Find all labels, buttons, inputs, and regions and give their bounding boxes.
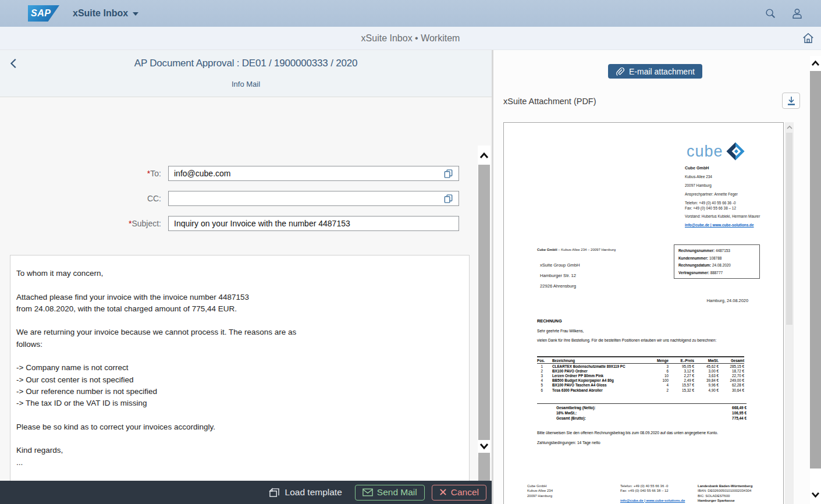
- mail-body-line: Attached please find your invoice with t…: [16, 292, 462, 303]
- cube-logo-text: cube: [687, 144, 723, 159]
- mail-body-line: Kind regards,: [16, 445, 462, 456]
- pdf-recipient-block: xSuite Group GmbHHamburger Str. 1222926 …: [540, 262, 580, 294]
- mail-body-line: [16, 315, 462, 326]
- mail-body-line: -> Our cost center is not specified: [16, 374, 462, 386]
- left-panel-scrollbar[interactable]: [478, 145, 491, 457]
- scroll-down-icon[interactable]: [810, 489, 821, 501]
- mail-body-line: ...: [16, 457, 462, 468]
- mail-body-line: [16, 433, 462, 445]
- pdf-recipient-line: xSuite Group GmbH: [540, 262, 580, 268]
- pdf-total-row: Gesamt (Brutto):775,44 €: [537, 416, 747, 421]
- mail-body-line: [16, 410, 462, 421]
- scroll-up-icon[interactable]: [478, 149, 491, 162]
- cancel-button[interactable]: Cancel: [432, 485, 486, 501]
- to-input[interactable]: [168, 166, 459, 181]
- mail-body-line: -> Our reference number is not specified: [16, 386, 462, 397]
- search-icon[interactable]: [764, 7, 777, 20]
- scroll-up-icon[interactable]: [810, 57, 821, 69]
- workitem-header: AP Document Approval : DE01 / 1900000333…: [0, 50, 492, 97]
- send-mail-label: Send Mail: [377, 487, 417, 498]
- pdf-item-row: 6 Tesa 6300 Packband Abroller 2 15,32 € …: [537, 388, 744, 392]
- email-attachment-label: E-mail attachment: [629, 67, 695, 76]
- subject-row: *Subject:: [0, 216, 492, 231]
- app-title-label: xSuite Inbox: [73, 8, 128, 19]
- user-icon[interactable]: [791, 7, 804, 20]
- cc-input[interactable]: [168, 191, 459, 206]
- attachment-panel: E-mail attachment xSuite Attachment (PDF…: [493, 50, 821, 504]
- send-mail-button[interactable]: Send Mail: [355, 485, 425, 501]
- shellbar-actions: [764, 0, 804, 27]
- mail-body-editor[interactable]: To whom it may concern,Attached please f…: [10, 255, 470, 481]
- pdf-total-row: 16% MwSt.:106,95 €: [537, 410, 747, 416]
- pdf-item-row: 1 CLEARTEX Bodenschutzmatte 89X119 PC 3 …: [537, 364, 744, 369]
- pdf-terms: Zahlungsbedingungen: 14 Tage netto: [537, 441, 600, 445]
- download-button[interactable]: [782, 93, 800, 109]
- pdf-info-row: Rechnungsdatum: 24.08.2020: [678, 262, 759, 269]
- mail-body-line: -> The tax ID or the VAT ID is missing: [16, 397, 462, 409]
- pdf-recipient-line: Hamburger Str. 12: [540, 273, 580, 278]
- breadcrumb: xSuite Inbox • Workitem: [361, 33, 460, 44]
- copy-value-help-icon[interactable]: [443, 168, 454, 179]
- pdf-preview-page[interactable]: cube Cube GmbH Kubus-Allee 234 20097 Ham…: [503, 122, 784, 504]
- pdf-payment-note: Bitte überweisen Sie den offenen Rechnun…: [537, 431, 770, 435]
- app-title-menu[interactable]: xSuite Inbox: [73, 0, 138, 27]
- pdf-invoice-info-box: Rechnungsnummer: 4487153Kundennummer: 10…: [674, 244, 760, 279]
- pdf-doc-title: RECHNUNG: [537, 318, 562, 324]
- load-template-icon: [269, 488, 280, 498]
- load-template-button[interactable]: Load template: [269, 487, 342, 498]
- subject-label: *Subject:: [0, 216, 161, 231]
- to-label: *To:: [0, 166, 161, 181]
- pdf-total-row: Gesamtbetrag (Netto):668,49 €: [537, 405, 747, 410]
- mail-body-line: [16, 350, 462, 362]
- pdf-footer-links[interactable]: info@cube.de | www.cube-solutions.de: [620, 498, 685, 503]
- mail-body-line: follows:: [16, 339, 462, 350]
- scroll-up-icon[interactable]: [785, 123, 794, 132]
- cc-row: CC:: [0, 191, 492, 206]
- scrollbar-thumb[interactable]: [478, 165, 490, 481]
- pdf-footer-col2: Telefon: +49 (0) 40 55 66 36 -0 Fax: +49…: [620, 484, 685, 504]
- cube-logo-icon: [726, 141, 745, 161]
- cancel-label: Cancel: [451, 487, 479, 498]
- mail-compose-panel: AP Document Approval : DE01 / 1900000333…: [0, 50, 492, 504]
- scrollbar-thumb[interactable]: [810, 71, 821, 468]
- home-icon[interactable]: [802, 32, 815, 45]
- subject-input[interactable]: [168, 216, 459, 231]
- app-window: SAP xSuite Inbox xSuite Inbox • Workitem…: [0, 0, 821, 504]
- scroll-down-icon[interactable]: [478, 440, 491, 453]
- pdf-intro: vielen Dank für Ihre Bestellung. Für die…: [537, 338, 758, 342]
- breadcrumb-bar: xSuite Inbox • Workitem: [0, 27, 821, 50]
- pdf-item-row: 3 Lerzen Ordner PP 80mm Pink 10 2,27 € 3…: [537, 373, 744, 378]
- pdf-salutation: Sehr geehrte Frau Wilkens,: [537, 329, 584, 333]
- page-scrollbar[interactable]: [810, 56, 821, 504]
- mail-body-line: [16, 468, 462, 480]
- pdf-info-row: Rechnungsnummer: 4487153: [678, 247, 759, 255]
- mail-body-line: To whom it may concern,: [16, 268, 462, 279]
- mail-body-line: We are returning your invoice because we…: [16, 326, 462, 338]
- pdf-items-table: Pos. Bezeichnung Menge E.-Preis MwSt. Ge…: [537, 356, 744, 392]
- copy-value-help-icon[interactable]: [443, 193, 454, 204]
- pdf-footer-col3: Landesbank Baden-Württemberg IBAN: DE026…: [698, 484, 752, 504]
- pdf-item-row: 5 BX100 PAVO Taschen A4 Gloss 4 15,57 € …: [537, 383, 744, 388]
- pdf-address2: 20097 Hamburg: [685, 183, 777, 188]
- sap-logo[interactable]: SAP: [28, 5, 59, 22]
- mail-body-line: [16, 279, 462, 291]
- mail-form: *To: CC: *Subject: T: [0, 98, 492, 481]
- envelope-icon: [362, 488, 373, 496]
- pdf-footer-col1: Cube GmbHKubus-Allee 23420097 Hamburg: [527, 484, 553, 498]
- scrollbar-thumb[interactable]: [786, 133, 792, 325]
- page-title: AP Document Approval : DE01 / 1900000333…: [0, 58, 492, 69]
- to-row: *To:: [0, 166, 492, 181]
- pdf-links[interactable]: info@cube.de | www.cube-solutions.de: [685, 223, 777, 228]
- sap-logo-text: SAP: [31, 8, 51, 18]
- pdf-table-header-row: Pos. Bezeichnung Menge E.-Preis MwSt. Ge…: [537, 357, 744, 364]
- mail-body-line: -> Company name is not correct: [16, 362, 462, 374]
- email-attachment-button[interactable]: E-mail attachment: [608, 64, 702, 79]
- pdf-info-row: Kundennummer: 108788: [678, 255, 759, 262]
- pdf-scrollbar[interactable]: [785, 122, 794, 504]
- cc-label: CC:: [0, 191, 161, 206]
- download-icon: [787, 96, 796, 106]
- pdf-contact: Ansprechpartner: Annette Feger: [685, 192, 777, 197]
- pdf-totals: Gesamtbetrag (Netto):668,49 € 16% MwSt.:…: [537, 403, 747, 421]
- pdf-sender-header: Cube GmbH Kubus-Allee 234 20097 Hamburg …: [685, 166, 777, 232]
- load-template-label: Load template: [285, 487, 342, 498]
